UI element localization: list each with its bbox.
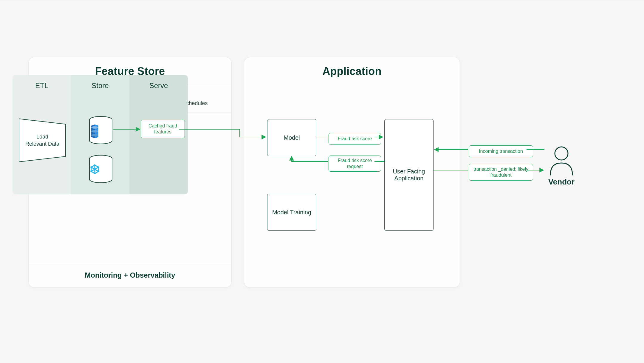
application-title: Application (244, 57, 460, 85)
column-store-title: Store (92, 81, 109, 90)
person-icon (548, 146, 575, 176)
model-training-box: Model Training (267, 194, 316, 231)
transaction-denied-label: transaction _denied: likely fraudulent (469, 164, 533, 181)
svg-point-3 (91, 130, 98, 133)
incoming-transaction-label: Incoming transaction (469, 145, 533, 157)
column-etl-title: ETL (35, 81, 48, 90)
user-facing-application-box: User Facing Application (384, 119, 434, 231)
load-relevant-data-box: Load Relevant Data (18, 118, 66, 162)
svg-point-4 (91, 134, 98, 136)
svg-point-10 (555, 147, 568, 160)
monitoring-footer: Monitoring + Observability (29, 263, 231, 287)
load-relevant-data-label: Load Relevant Data (18, 118, 66, 162)
fraud-risk-score-label: Fraud risk score (329, 133, 381, 145)
svg-point-2 (91, 126, 98, 129)
user-facing-application-label: User Facing Application (385, 168, 433, 182)
fraud-risk-score-request-label: Fraud risk score request (329, 156, 381, 172)
store-cylinder-snowflake (89, 155, 113, 183)
column-serve-title: Serve (149, 81, 168, 90)
cached-fraud-features-label: Cached fraud features (141, 120, 185, 138)
vendor-actor: Vendor (545, 146, 578, 187)
model-box: Model (267, 119, 316, 156)
architecture-diagram: { "feature_store": { "title": "Feature S… (0, 0, 644, 363)
store-cylinder-dynamodb (89, 116, 113, 144)
vendor-label: Vendor (545, 177, 578, 187)
